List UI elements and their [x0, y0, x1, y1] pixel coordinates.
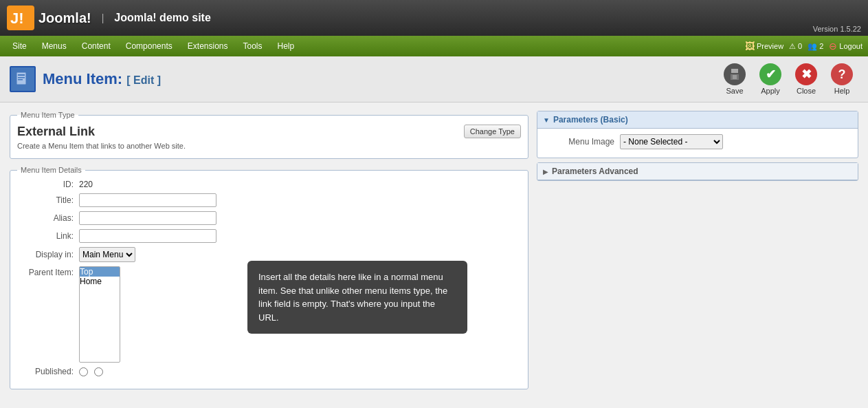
svg-rect-7 [731, 69, 738, 73]
content: Menu Item Type External Link Change Type… [0, 103, 868, 405]
menu-image-select[interactable]: - None Selected - [620, 134, 723, 149]
nav-components[interactable]: Components [119, 39, 179, 54]
nav-right: 🖼 Preview ⚠ 0 👥 2 ⊖ Logout [745, 41, 863, 52]
help-label: Help [834, 87, 850, 95]
menu-image-label: Menu Image [544, 137, 620, 147]
published-no-radio[interactable] [94, 367, 103, 376]
content-wrapper: Menu Item Type External Link Change Type… [0, 103, 868, 405]
toolbar: Menu Item: [ Edit ] Save ✔ Apply ✖ Close [0, 56, 868, 103]
published-row: Published: [17, 367, 521, 376]
navbar: Site Menus Content Components Extensions… [0, 36, 868, 56]
nav-content[interactable]: Content [75, 39, 118, 54]
params-advanced-title: Parameters Advanced [552, 167, 638, 176]
svg-rect-9 [733, 75, 737, 79]
users-icon: 👥 [808, 42, 817, 51]
svg-rect-2 [16, 72, 26, 85]
joomla-logo: J! Joomla! [7, 6, 91, 30]
params-basic-content: Menu Image - None Selected - [537, 129, 858, 158]
nav-extensions[interactable]: Extensions [181, 39, 235, 54]
page-title-sub: [ Edit ] [126, 74, 161, 86]
site-title: Joomla! demo site [114, 12, 210, 24]
type-header: External Link Change Type [17, 125, 521, 139]
alerts-link[interactable]: ⚠ 0 [789, 42, 802, 51]
title-row: Title: [17, 193, 521, 207]
params-basic-header[interactable]: ▼ Parameters (Basic) [537, 111, 858, 129]
preview-label: Preview [757, 42, 783, 50]
params-advanced-section: ▶ Parameters Advanced [537, 162, 858, 181]
header-left: J! Joomla! | Joomla! demo site [7, 6, 211, 30]
type-desc: Create a Menu Item that links to another… [17, 142, 521, 150]
parent-item-label: Parent Item: [17, 266, 79, 277]
display-in-row: Display in: Main Menu [17, 247, 521, 262]
users-link[interactable]: 👥 2 [808, 42, 823, 51]
svg-rect-4 [18, 77, 25, 78]
joomla-title-text: Joomla! [38, 10, 91, 26]
logout-icon: ⊖ [829, 41, 837, 52]
page-icon [10, 66, 36, 92]
version-text: Version 1.5.22 [813, 25, 861, 36]
apply-icon: ✔ [759, 63, 781, 85]
params-advanced-header[interactable]: ▶ Parameters Advanced [537, 163, 858, 180]
header-separator: | [102, 12, 104, 23]
page-title-main: Menu Item: [43, 70, 122, 87]
apply-label: Apply [761, 87, 780, 95]
id-label: ID: [17, 180, 79, 189]
svg-text:J!: J! [10, 10, 24, 27]
nav-menus[interactable]: Menus [35, 39, 74, 54]
save-label: Save [726, 87, 743, 95]
nav-tools[interactable]: Tools [236, 39, 269, 54]
alias-row: Alias: [17, 211, 521, 225]
close-button[interactable]: ✖ Close [790, 61, 823, 98]
change-type-button[interactable]: Change Type [464, 125, 521, 138]
alias-label: Alias: [17, 213, 79, 223]
menu-type-section: Menu Item Type External Link Change Type… [10, 111, 528, 159]
nav-site[interactable]: Site [5, 39, 34, 54]
params-basic-section: ▼ Parameters (Basic) Menu Image - None S… [537, 111, 858, 158]
save-button[interactable]: Save [718, 61, 751, 98]
left-panel: Menu Item Type External Link Change Type… [10, 111, 528, 396]
save-icon [724, 63, 746, 85]
alerts-icon: ⚠ [789, 42, 796, 51]
help-button[interactable]: ? Help [825, 61, 858, 98]
alerts-count: 0 [798, 42, 802, 50]
nav-help[interactable]: Help [271, 39, 302, 54]
parent-item-listbox-container: Top Home [79, 266, 120, 363]
top-option: Top [80, 267, 120, 277]
right-panel: ▼ Parameters (Basic) Menu Image - None S… [537, 111, 858, 396]
help-icon: ? [831, 63, 853, 85]
header: J! Joomla! | Joomla! demo site Version 1… [0, 0, 868, 36]
link-input[interactable] [79, 229, 216, 243]
logout-link[interactable]: ⊖ Logout [829, 41, 863, 52]
home-option: Home [80, 277, 120, 286]
params-advanced-triangle: ▶ [543, 168, 548, 175]
menu-image-row: Menu Image - None Selected - [544, 134, 851, 149]
alias-input[interactable] [79, 211, 216, 225]
close-icon: ✖ [795, 63, 817, 85]
parent-item-listbox[interactable]: Top Home [79, 266, 120, 363]
close-label: Close [797, 87, 816, 95]
display-in-select[interactable]: Main Menu [79, 247, 135, 262]
params-basic-triangle: ▼ [543, 116, 550, 124]
menu-details-legend: Menu Item Details [17, 166, 85, 174]
title-input[interactable] [79, 193, 216, 207]
svg-rect-3 [18, 74, 25, 76]
page-title: Menu Item: [ Edit ] [43, 70, 161, 88]
published-yes-radio[interactable] [79, 367, 88, 376]
preview-icon: 🖼 [745, 41, 755, 52]
users-count: 2 [819, 42, 823, 50]
apply-button[interactable]: ✔ Apply [754, 61, 787, 98]
params-basic-title: Parameters (Basic) [553, 115, 628, 125]
published-label: Published: [17, 367, 79, 376]
title-label: Title: [17, 195, 79, 205]
svg-rect-5 [18, 79, 23, 80]
menu-details-section: Menu Item Details ID: 220 Title: Alias: … [10, 166, 528, 389]
type-name: External Link [17, 125, 95, 139]
id-value: 220 [79, 180, 93, 189]
joomla-logo-icon: J! [7, 6, 34, 30]
toolbar-buttons: Save ✔ Apply ✖ Close ? Help [718, 61, 858, 98]
display-in-container: Main Menu [79, 247, 135, 262]
menu-type-legend: Menu Item Type [17, 111, 78, 119]
link-label: Link: [17, 231, 79, 241]
nav-items: Site Menus Content Components Extensions… [5, 39, 301, 54]
preview-link[interactable]: 🖼 Preview [745, 41, 783, 52]
